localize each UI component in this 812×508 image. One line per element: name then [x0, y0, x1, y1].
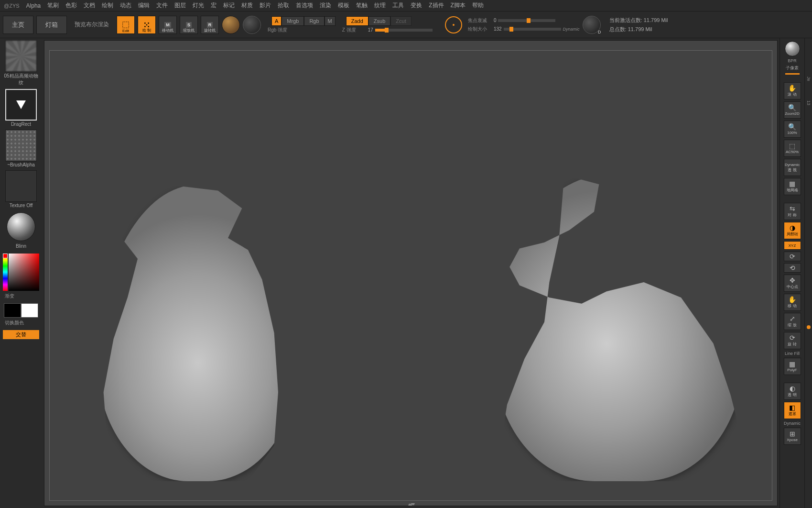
scale3d-button[interactable]: ⤢缩 放: [784, 313, 801, 330]
z-mode-group: Zadd Zsub Zcut: [346, 16, 433, 26]
main-layout: 05精品高频动物纹 DragRect ~BrushAlpha Texture O…: [0, 38, 812, 508]
menu-zscript[interactable]: Z脚本: [451, 1, 466, 10]
texture-label: Texture Off: [10, 203, 33, 208]
mode-zcut[interactable]: Zcut: [390, 16, 411, 26]
brushalpha-thumb[interactable]: [5, 130, 37, 161]
total-points-value: 11.799 Mil: [628, 26, 652, 32]
ac50-button[interactable]: ⬚AC50%: [784, 140, 801, 157]
local-button[interactable]: ◑局部转: [784, 222, 801, 239]
alpha-thumb[interactable]: [5, 40, 37, 72]
polyf-button[interactable]: ▦PolyF: [784, 358, 801, 375]
mask-button[interactable]: ◧遮罩: [784, 402, 801, 419]
mode-m[interactable]: M: [325, 16, 336, 26]
rot-y-icon: ⟳: [790, 253, 795, 260]
xpose-button[interactable]: ⊞Xpose: [784, 428, 801, 445]
orange-dot-icon[interactable]: [807, 325, 811, 329]
menu-layer[interactable]: 图层: [174, 1, 186, 10]
rotate3d-button[interactable]: ⟳旋 转: [784, 332, 801, 349]
menu-bar: @ZYS Alpha 笔刷 色彩 文档 绘制 动态 编辑 文件 图层 灯光 宏 …: [0, 0, 812, 11]
menu-prefs[interactable]: 首选项: [296, 1, 313, 10]
focal-shift-slider[interactable]: [498, 19, 555, 22]
mode-rgb[interactable]: Rgb: [304, 16, 324, 26]
menu-help[interactable]: 帮助: [472, 1, 484, 10]
draw-size-slider[interactable]: [504, 28, 561, 31]
menu-stroke[interactable]: 笔触: [356, 1, 368, 10]
subpixel-slider[interactable]: [785, 73, 800, 75]
bw-swatches: [4, 303, 38, 318]
hundred-button[interactable]: 🔍100%: [784, 121, 801, 138]
menu-brush[interactable]: 笔刷: [47, 1, 59, 10]
draw-button[interactable]: 绘 制: [138, 16, 156, 34]
menu-alpha[interactable]: Alpha: [26, 2, 41, 9]
mode-zadd[interactable]: Zadd: [346, 16, 368, 26]
scroll-label: 滚 动: [788, 92, 796, 97]
menu-texture[interactable]: 纹理: [374, 1, 386, 10]
je-label: Je: [806, 77, 811, 81]
white-swatch[interactable]: [21, 303, 38, 318]
mode-a[interactable]: A: [271, 16, 281, 26]
move-button[interactable]: M 移动线: [159, 16, 177, 34]
transparent-button[interactable]: ◐透 明: [784, 383, 801, 400]
z-intensity-slider[interactable]: [375, 29, 433, 32]
tab-lightbox[interactable]: 灯箱: [36, 16, 67, 34]
hue-strip[interactable]: [3, 254, 8, 291]
swap-button[interactable]: 交替: [3, 330, 39, 339]
menu-draw[interactable]: 绘制: [102, 1, 113, 10]
mode-mrgb[interactable]: Mrgb: [281, 16, 304, 26]
rot-y-button[interactable]: ⟳: [784, 252, 801, 261]
menu-movie[interactable]: 影片: [260, 1, 271, 10]
canvas-resize-handle[interactable]: ▴▴▾▾: [408, 501, 414, 507]
menu-color[interactable]: 色彩: [65, 1, 77, 10]
floor-button[interactable]: ▦地网格: [784, 178, 801, 195]
black-swatch[interactable]: [4, 303, 21, 318]
edit-button[interactable]: Edit: [117, 16, 135, 34]
color-picker[interactable]: [3, 254, 39, 291]
menu-light[interactable]: 灯光: [193, 1, 204, 10]
stroke-thumb[interactable]: [5, 89, 37, 121]
brush-sphere-bronze[interactable]: [222, 16, 240, 34]
rotate-button[interactable]: R 旋转线: [201, 16, 219, 34]
gradient-label[interactable]: 渐变: [2, 292, 17, 300]
menu-edit[interactable]: 编辑: [138, 1, 150, 10]
arrow-down-icon: [16, 100, 26, 109]
center-button[interactable]: ✥中心点: [784, 275, 801, 292]
dynamic-label: Dynamic: [563, 27, 580, 32]
scale-button[interactable]: S 缩放线: [180, 16, 198, 34]
scroll-button[interactable]: ✋滚 动: [784, 82, 801, 99]
dynamic-gizmo-icon[interactable]: D: [583, 16, 601, 34]
mode-zsub[interactable]: Zsub: [368, 16, 390, 26]
preview-label[interactable]: 预览布尔渲染: [70, 21, 114, 29]
draw-size-value: 132: [494, 26, 502, 32]
focal-gizmo-icon[interactable]: [445, 16, 462, 33]
brush-sphere-grey[interactable]: [243, 16, 261, 34]
sculpt-rabbit[interactable]: [97, 185, 298, 481]
menu-document[interactable]: 文档: [84, 1, 95, 10]
menu-dynamic[interactable]: 动态: [120, 1, 131, 10]
canvas-area[interactable]: ▴▴▾▾: [44, 40, 778, 506]
move3d-button[interactable]: ✋移 动: [784, 294, 801, 311]
texture-thumb[interactable]: [5, 170, 37, 202]
bpr-sphere-icon[interactable]: [785, 41, 800, 56]
swap-color-label[interactable]: 切换颜色: [2, 319, 27, 327]
menu-tool[interactable]: 工具: [392, 1, 404, 10]
menu-stencil[interactable]: 模板: [338, 1, 349, 10]
tab-home[interactable]: 主页: [3, 16, 33, 34]
zoom2d-button[interactable]: 🔍Zoom2D: [784, 101, 801, 119]
menu-transform[interactable]: 变换: [411, 1, 422, 10]
menu-zplugin[interactable]: Z插件: [429, 1, 444, 10]
canvas-viewport[interactable]: [49, 50, 772, 501]
saturation-value-box[interactable]: [9, 254, 39, 291]
menu-file[interactable]: 文件: [156, 1, 168, 10]
polyf-label: PolyF: [787, 368, 797, 372]
material-thumb[interactable]: [7, 212, 35, 241]
xyz-button[interactable]: XYZ: [784, 241, 801, 250]
menu-material[interactable]: 材质: [241, 1, 253, 10]
menu-macro[interactable]: 宏: [211, 1, 217, 10]
symmetry-button[interactable]: ⇆对 称: [784, 203, 801, 220]
dynamic-button[interactable]: Dynamic透 视: [784, 159, 801, 176]
rot-z-button[interactable]: ⟲: [784, 263, 801, 273]
menu-marker[interactable]: 标记: [223, 1, 235, 10]
dynamic-right-label: Dynamic: [785, 163, 800, 167]
menu-pick[interactable]: 拾取: [278, 1, 289, 10]
menu-render[interactable]: 渲染: [320, 1, 331, 10]
